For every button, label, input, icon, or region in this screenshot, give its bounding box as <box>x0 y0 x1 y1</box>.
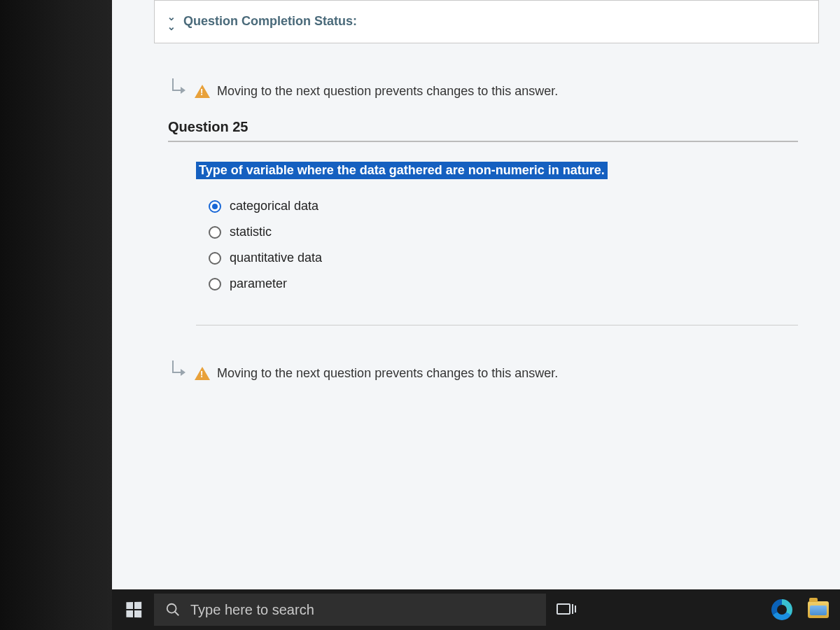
nested-arrow-icon <box>168 365 188 382</box>
edge-browser-button[interactable] <box>766 594 798 626</box>
divider <box>196 325 798 326</box>
edge-icon <box>771 599 792 620</box>
completion-status-label: Question Completion Status: <box>183 14 357 28</box>
option-row[interactable]: parameter <box>196 271 798 297</box>
option-label: categorical data <box>230 199 318 214</box>
option-row[interactable]: categorical data <box>196 193 798 219</box>
expand-chevron-icon[interactable]: ⌄⌄ <box>167 12 176 31</box>
warning-row-bottom: Moving to the next question prevents cha… <box>168 360 798 382</box>
windows-logo-icon <box>126 602 141 618</box>
search-icon <box>165 602 181 617</box>
option-label: statistic <box>230 225 272 239</box>
svg-rect-2 <box>557 604 570 614</box>
monitor-bezel <box>0 0 112 630</box>
option-label: parameter <box>230 276 287 291</box>
file-explorer-button[interactable] <box>802 594 834 626</box>
svg-point-0 <box>167 604 176 613</box>
warning-row-top: Moving to the next question prevents cha… <box>168 78 798 119</box>
question-body: Type of variable where the data gathered… <box>168 162 798 325</box>
radio-button[interactable] <box>209 200 221 213</box>
task-view-icon <box>556 602 576 617</box>
warning-text: Moving to the next question prevents cha… <box>217 366 558 381</box>
browser-viewport: ⌄⌄ Question Completion Status: Moving to… <box>112 0 840 630</box>
question-text: Type of variable where the data gathered… <box>196 162 608 179</box>
windows-taskbar: Type here to search <box>112 589 840 630</box>
radio-button[interactable] <box>209 252 221 265</box>
warning-icon <box>195 367 210 380</box>
option-label: quantitative data <box>230 251 322 265</box>
question-header: Question 25 <box>168 119 798 142</box>
option-row[interactable]: quantitative data <box>196 245 798 271</box>
warning-icon <box>195 85 210 98</box>
completion-status-panel[interactable]: ⌄⌄ Question Completion Status: <box>154 0 819 43</box>
option-row[interactable]: statistic <box>196 219 798 245</box>
task-view-button[interactable] <box>550 594 582 626</box>
search-placeholder: Type here to search <box>190 602 314 618</box>
radio-button[interactable] <box>209 278 221 290</box>
warning-text: Moving to the next question prevents cha… <box>217 84 558 99</box>
radio-button[interactable] <box>209 226 221 239</box>
taskbar-search[interactable]: Type here to search <box>154 594 546 626</box>
svg-line-1 <box>175 612 179 616</box>
folder-icon <box>808 601 829 618</box>
question-content: Moving to the next question prevents cha… <box>112 43 840 382</box>
start-button[interactable] <box>118 594 150 626</box>
nested-arrow-icon <box>168 83 188 99</box>
